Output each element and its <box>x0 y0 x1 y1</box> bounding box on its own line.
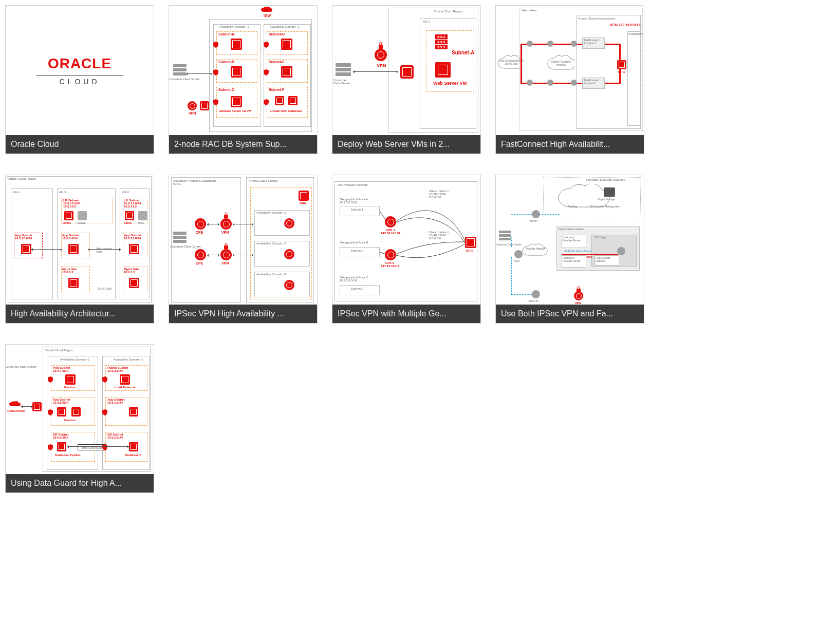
subnet-d-label: Subnet-D <box>269 32 285 36</box>
vm-icon <box>281 39 292 50</box>
cage-label: OCI Cage <box>594 236 606 239</box>
passive-label: Pass <box>138 221 144 224</box>
ad3-label: AD-3 <box>122 191 129 194</box>
bastion-icon <box>231 96 242 107</box>
cloud-icon <box>261 7 273 14</box>
card-title: IPSec VPN High Availability ... <box>169 305 317 323</box>
vpn-icon <box>220 218 232 230</box>
template-card-both[interactable]: Physical Resource Grouping Object Storag… <box>495 175 644 324</box>
xxx1: x.x.x <box>435 34 448 39</box>
template-card-oracle-cloud[interactable]: ORACLE CLOUD Oracle Cloud <box>5 5 154 154</box>
drg-label: DRG <box>300 202 306 205</box>
dns-label: DNS VMs <box>98 287 111 290</box>
svg-rect-10 <box>173 236 187 239</box>
router-icon <box>617 247 625 255</box>
cpe-label: CPE <box>514 259 519 262</box>
logo-cloud-text: CLOUD <box>59 78 100 86</box>
yen-label: Your Existing network 10.0.0.0/16 <box>499 59 524 65</box>
router-icon <box>284 249 294 259</box>
obj-label: Object Storage <box>598 198 615 201</box>
shield-icon <box>102 409 107 415</box>
xxx2: x.x.x <box>435 40 448 44</box>
template-card-rac[interactable]: IGW Availability Domain -1 Availability … <box>169 5 318 154</box>
xxx3: x.x.x <box>435 45 448 49</box>
mg1-label: Mgmt Sub 10.0.0.2 <box>62 268 77 274</box>
ga-label: Geographical Area A 10.20.0.0/16 <box>340 198 368 204</box>
vpn-label: VPN <box>575 301 581 305</box>
vpn-label: VPN <box>377 63 386 68</box>
vcn-label: VCN 172.16.0.0/16 <box>610 23 641 27</box>
svg-rect-9 <box>173 232 187 235</box>
svg-rect-8 <box>224 245 228 249</box>
cpr2-label: Customer/ Provider Router <box>563 256 581 262</box>
eth-icon <box>532 290 540 298</box>
svg-rect-5 <box>336 68 351 71</box>
bastion-label: Bastion <box>64 386 76 389</box>
subnet-c-label: Subnet-C <box>218 88 234 91</box>
connector <box>67 446 129 447</box>
drg-label: DRG <box>466 249 473 252</box>
vm-icon <box>68 244 79 254</box>
drg-icon <box>465 237 476 248</box>
opn-label: Oracle Provider's network <box>551 60 571 66</box>
avail-label: Availability <box>628 32 643 35</box>
template-card-deploy-ws[interactable]: Oracle Cloud Region AD-1 Subnet-A x.x.x … <box>332 5 481 154</box>
thumbnail: On-Premises Network Geographical Area A … <box>332 175 480 305</box>
lb-icon <box>125 211 134 220</box>
vm-icon <box>281 66 292 78</box>
app1-label: App Subnet 10.0.20.0/24 <box>15 234 32 240</box>
blue-connector <box>511 294 532 295</box>
sr2-label: Static routes = 10.40.0.0/16 0.0.0.0/0 <box>429 231 449 240</box>
template-card-dataguard[interactable]: Oracle Cloud Region Availability Domain … <box>5 344 154 493</box>
template-card-ipsec-ha[interactable]: Customer Premises Equipment (CPE) Oracle… <box>169 175 318 324</box>
card-title: IPSec VPN with Multiple Ge... <box>332 305 480 323</box>
cpe-router-icon <box>514 250 523 258</box>
cpe-label: CPE <box>196 231 203 234</box>
svg-rect-7 <box>224 215 228 218</box>
fc1-label: FastConnect Location 1 <box>584 39 599 45</box>
template-card-fastconnect[interactable]: Metro Area Oracle Cloud Infrastructure V… <box>495 5 644 154</box>
svg-rect-14 <box>499 238 511 240</box>
card-title: Use Both IPSec VPN and Fa... <box>496 305 644 323</box>
drg-icon <box>299 191 309 201</box>
cpe-icon <box>195 218 206 230</box>
connector <box>187 73 212 74</box>
svg-rect-15 <box>577 289 581 292</box>
subnet-e-label: Subnet-E <box>269 60 285 64</box>
subnet-a-label: Subnet-A <box>218 32 234 36</box>
db-icon <box>57 442 66 451</box>
drg-label: DRG <box>618 70 625 73</box>
s3-label: Subnet 3 <box>351 287 363 290</box>
shield-icon <box>102 444 107 450</box>
lock-icon <box>378 42 384 49</box>
ad2-label: Availability Domain -1 <box>114 358 143 361</box>
s1-box <box>340 206 380 216</box>
thumbnail: Oracle Cloud Region Availability Domain … <box>6 345 154 474</box>
mg2-label: Mgmt Sub 10.0.1.2 <box>124 268 139 274</box>
igw-label: IGW <box>264 14 271 17</box>
template-card-ipsec-geo[interactable]: On-Premises Network Geographical Area A … <box>332 175 481 324</box>
dbsys-label: Database System <box>55 453 81 457</box>
region-label: Oracle Cloud Region <box>45 349 73 352</box>
svg-rect-13 <box>499 234 511 237</box>
connector <box>31 249 62 250</box>
ad1-label: AD-1 <box>13 191 20 194</box>
shield-icon <box>213 99 218 105</box>
drg-icon <box>617 60 626 69</box>
vm-icon <box>57 407 66 416</box>
svg-rect-4 <box>336 63 351 67</box>
template-card-ha-arch[interactable]: Oracle Cloud Region AD-1 AD-2 AD-3 LB Su… <box>5 175 154 324</box>
fce-label: FastConnect endpoint <box>596 256 610 262</box>
passive-icon <box>78 211 87 220</box>
pn-label: Provider Network <box>526 247 545 250</box>
app2-label: App Subnet 10.0.1.0/24 <box>107 398 125 404</box>
vpn-icon <box>220 249 232 260</box>
region-label: Oracle Cloud Region <box>434 10 463 13</box>
cdc-label: Customer Data Center <box>6 365 36 368</box>
shield-icon <box>213 42 218 48</box>
router-icon <box>547 41 553 47</box>
pub1-label: Pub Subnet 10.0.4.0/24 <box>53 366 70 372</box>
drg-icon <box>200 101 209 110</box>
vm-icon <box>68 278 79 288</box>
s2-label: Subnet 2 <box>351 249 363 252</box>
